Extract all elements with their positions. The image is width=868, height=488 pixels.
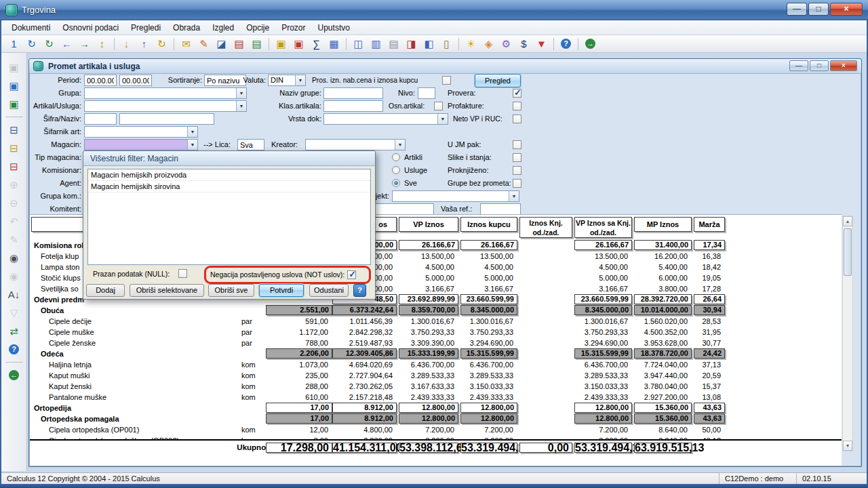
scroll-up-icon[interactable]: ▲	[843, 216, 852, 226]
notebook-icon[interactable]: ▯	[438, 37, 455, 52]
table-row[interactable]: Kaput muškikom235,002.727.904,643.289.53…	[0, 370, 868, 381]
scroll-down-icon[interactable]: ▼	[843, 441, 852, 451]
osn-artikal-checkbox[interactable]	[434, 102, 443, 110]
column-header-vpknj[interactable]: VP Iznos sa Knj. od./zad.	[574, 217, 632, 238]
table-filter-icon[interactable]: ◨	[403, 37, 420, 52]
column-view-icon[interactable]: ▥	[368, 37, 384, 52]
neto-vp-checkbox[interactable]	[513, 115, 521, 123]
menu-item-obrada[interactable]: Obrada	[167, 21, 206, 35]
price-book-icon[interactable]: $	[515, 37, 532, 52]
table-view-icon[interactable]: ◫	[350, 37, 367, 52]
chevron-down-icon[interactable]: ▼	[187, 140, 197, 150]
copy-icon[interactable]: ▣	[273, 37, 290, 52]
next-document-icon[interactable]: →	[76, 37, 93, 52]
table-row[interactable]: Kaput ženskikom288,002.730.262,053.167.6…	[0, 381, 868, 392]
maximize-button[interactable]: □	[808, 3, 829, 16]
column-header-knj[interactable]: Iznos Knj. od./zad.	[519, 217, 572, 238]
close-button[interactable]: ×	[830, 3, 863, 16]
menu-item-osnovni-podaci[interactable]: Osnovni podaci	[56, 21, 125, 35]
kreator-combo[interactable]: ▼	[305, 139, 406, 150]
potvrdi-button[interactable]: Potvrdi	[259, 284, 304, 297]
table-row[interactable]: Cipele ženskepar788,002.519.487,933.309.…	[0, 338, 868, 348]
import-icon[interactable]: ↓	[118, 37, 135, 52]
scrollbar-thumb[interactable]	[844, 228, 852, 276]
discount-icon[interactable]: ▼	[533, 37, 550, 52]
null-checkbox[interactable]	[178, 269, 187, 278]
pregled-button[interactable]: Pregled	[475, 74, 521, 87]
column-header-kupcu[interactable]: Iznos kupcu	[460, 217, 517, 232]
dialog-help-button[interactable]: ?	[353, 284, 366, 297]
new-document-icon[interactable]: 1	[5, 37, 22, 52]
open-green-icon[interactable]: ↻	[41, 37, 58, 52]
sve-radio[interactable]	[392, 179, 400, 187]
avg-price-checkbox[interactable]	[442, 76, 451, 85]
filter-list-item[interactable]: Magacin hemijskih sirovina	[88, 181, 370, 192]
obrisi-selektovane-button[interactable]: Obriši selektovane	[130, 284, 204, 297]
sum-icon[interactable]: ∑	[308, 37, 325, 52]
artikli-radio[interactable]	[392, 153, 400, 161]
chevron-down-icon[interactable]: ▼	[437, 114, 448, 124]
chevron-down-icon[interactable]: ▼	[395, 140, 405, 150]
table-row[interactable]: Cipele muškepar1.172,002.842.298,323.750…	[0, 327, 868, 338]
save-icon[interactable]: ▣	[5, 60, 24, 75]
vertical-scrollbar[interactable]: ▲ ▼	[842, 216, 853, 451]
dodaj-button[interactable]: Dodaj	[86, 284, 125, 297]
chevron-down-icon[interactable]: ▼	[236, 88, 246, 98]
chevron-down-icon[interactable]: ▼	[295, 75, 305, 85]
prev-document-icon[interactable]: ←	[58, 37, 75, 52]
child-minimize-button[interactable]: —	[789, 60, 808, 71]
table-row[interactable]: Cipele dečijepar591,001.011.456,391.300.…	[0, 316, 868, 327]
document-marker-icon[interactable]: ◪	[213, 37, 230, 52]
column-header-vp[interactable]: VP Iznos	[399, 217, 458, 232]
child-close-button[interactable]: ×	[830, 60, 857, 71]
profakture-checkbox[interactable]	[513, 102, 521, 110]
settings-gear-icon[interactable]: ⚙	[498, 37, 515, 52]
obrisi-sve-button[interactable]: Obriši sve	[208, 284, 254, 297]
proknjizeno-checkbox[interactable]	[513, 166, 521, 175]
minimize-button[interactable]: —	[787, 3, 807, 16]
magacin-combo[interactable]: ▼	[84, 139, 198, 150]
odustani-button[interactable]: Odustani	[309, 284, 349, 297]
help-icon[interactable]: ?	[557, 37, 574, 52]
tag-icon[interactable]: ◈	[480, 37, 497, 52]
chevron-down-icon[interactable]: ▼	[509, 191, 519, 201]
currency-combo[interactable]: DIN ▼	[268, 75, 306, 86]
menu-item-izgled[interactable]: Izgled	[206, 21, 240, 35]
column-header-marza[interactable]: Marža	[694, 217, 725, 232]
open-blue-icon[interactable]: ↻	[23, 37, 40, 52]
table-row[interactable]: Ortopedska pomagala17,008.912,0012.800,0…	[0, 413, 868, 424]
filter-list-item[interactable]: Magacin hemijskih proizvoda	[88, 169, 370, 181]
nivo-input[interactable]	[418, 87, 435, 99]
merge-document-icon[interactable]: ↕	[94, 37, 111, 52]
chevron-down-icon[interactable]: ▼	[187, 127, 197, 137]
klas-input[interactable]	[323, 100, 383, 112]
table-row[interactable]: Obuća2.551,006.373.242,648.359.700,008.3…	[0, 305, 868, 316]
edit-document-icon[interactable]: ✎	[195, 37, 212, 52]
undo-icon[interactable]: ↶	[5, 214, 24, 229]
reload-icon[interactable]: ↻	[153, 37, 170, 52]
grupe-bez-prometa-checkbox[interactable]	[513, 179, 521, 188]
ujm-checkbox[interactable]	[513, 140, 521, 149]
menu-item-prozor[interactable]: Prozor	[275, 21, 311, 35]
mail-icon[interactable]: ✉	[178, 37, 195, 52]
exit-app-icon[interactable]: →	[582, 37, 599, 52]
copies-icon[interactable]: ▤	[385, 37, 402, 52]
table-row[interactable]: Pantalone muškekom610,002.157.218,482.43…	[0, 392, 868, 403]
table-row[interactable]: Haljina letnjakom1.073,004.694.020,696.4…	[0, 359, 868, 370]
slike-checkbox[interactable]	[513, 153, 521, 162]
table-row[interactable]: Ortopedija17,008.912,0012.800,0012.800,0…	[0, 403, 868, 413]
calendar-icon[interactable]: ▦	[326, 37, 342, 52]
copy-delete-icon[interactable]: ▣	[290, 37, 307, 52]
naziv-input[interactable]	[119, 113, 214, 125]
provera-checkbox[interactable]	[513, 89, 521, 98]
table-row[interactable]: Cipela ortopedska (OP001)kom12,004.800,0…	[0, 424, 868, 435]
child-maximize-button[interactable]: □	[810, 60, 829, 71]
menu-item-dokumenti[interactable]: Dokumenti	[5, 21, 56, 35]
sifarnik-combo[interactable]: ▼	[84, 126, 198, 138]
vrsta-dok-combo[interactable]: ▼	[323, 113, 448, 125]
sifra-input[interactable]	[84, 113, 117, 125]
tip-icon[interactable]: ☀	[462, 37, 479, 52]
table-row[interactable]: Odeća2.206,0012.309.405,8615.333.199,991…	[0, 348, 868, 359]
naziv-grupe-input[interactable]	[323, 87, 383, 99]
book-red-icon[interactable]: ▤	[231, 37, 248, 52]
